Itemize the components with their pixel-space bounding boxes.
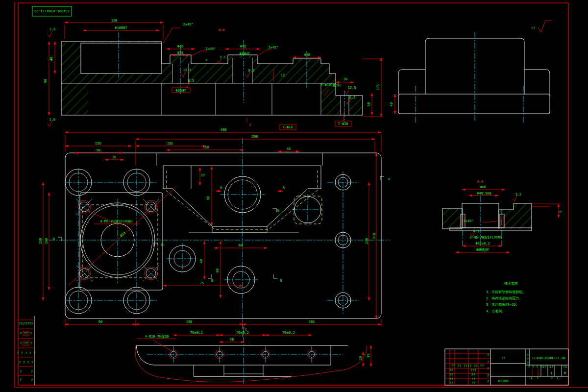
aa-bore xyxy=(462,203,499,228)
section-view-aa: A—AΦ60Φ49.5H83.21x45°6.34-M6-7H深14(均布)Φ6… xyxy=(442,180,563,252)
dim-label: ?? ?? ???? ?? ?? xyxy=(451,364,484,368)
plan-hidden-pocket xyxy=(82,205,158,278)
dim-label: 1 xyxy=(530,376,532,380)
dim-label: 48 xyxy=(287,147,291,151)
dim-label: B xyxy=(161,243,163,247)
dim-label: 5 xyxy=(559,211,563,213)
view-bottom: 4-M10-7H深2076±0.276±0.276±0.2363520 xyxy=(135,327,371,384)
dim-label: 60 xyxy=(239,244,243,247)
dim-label: ?? xyxy=(471,373,475,377)
dim-label: 7-Φ18 xyxy=(282,125,293,129)
dim-label: 12 xyxy=(281,74,285,77)
dim-label: 4-M6-7H深12(均布) xyxy=(100,220,133,223)
dim-label: 90 xyxy=(206,196,210,200)
dim-label: 165 xyxy=(309,320,315,324)
dim-label: 4-M10-7H深20 xyxy=(145,335,169,339)
tech-requirements: 技术要求 1、不得有明显铸造缺陷。 2、铸件须消除内应力。 3、未注圆角R3~1… xyxy=(486,282,526,313)
dim-label: 76±0.2 xyxy=(190,331,202,335)
bb-hatch-left-wall xyxy=(61,83,88,115)
dim-label: 90 xyxy=(216,269,220,272)
dim-label: ? xyxy=(537,376,539,380)
dim-label: ?1 xyxy=(563,365,567,369)
dim-label: C xyxy=(249,123,251,127)
plan-outline xyxy=(65,153,381,318)
dim-label: 35 xyxy=(367,354,370,358)
dim-label: Φ49.5H8 xyxy=(477,192,491,196)
dim-label: Φ60 xyxy=(480,185,487,189)
dim-label: 3.2 xyxy=(220,55,226,59)
dim-label: ? ? ? ? ? xyxy=(17,351,35,355)
dim-label: Φ62±0.2 xyxy=(475,242,490,245)
dim-label: Φ68 xyxy=(119,231,126,238)
dim-label: ?? xyxy=(449,381,453,385)
dim-label: 6.3 xyxy=(188,79,195,83)
dim-label: 296 xyxy=(252,135,258,139)
cad-canvas: CC490L-03001T1-20 xyxy=(0,0,588,392)
dim-label: ? xyxy=(31,370,33,374)
dim-label: 2x45° xyxy=(205,47,216,51)
dim-label: ?? xyxy=(471,381,475,385)
dim-label: ? xyxy=(551,376,553,380)
dim-label: B xyxy=(280,279,282,283)
dim-label: HT200 xyxy=(498,379,508,383)
dim-label: 1? xyxy=(549,365,553,369)
dim-label: 76±0.2 xyxy=(282,331,294,335)
dim-label: 185 xyxy=(167,142,173,146)
dim-label: A xyxy=(220,186,222,190)
dim-label: 96 xyxy=(97,148,100,152)
dim-label: 2x45° xyxy=(268,46,278,49)
dim-label: 1 xyxy=(550,371,552,375)
roughness-symbol xyxy=(538,21,552,32)
revision-strip: ??/????? ?? ?? ?? ?? ? ? ? ?? ? ? ????? xyxy=(17,316,35,385)
dim-label: 90 xyxy=(44,79,48,83)
tech-req-item: 1、不得有明显铸造缺陷。 xyxy=(486,290,526,294)
dim-label: ?? xyxy=(471,377,475,381)
dim-label: Φ46 xyxy=(304,53,311,57)
dim-label: 75 xyxy=(200,281,204,285)
dim-label: 150 xyxy=(111,19,118,23)
dim-label: 40 xyxy=(390,102,393,106)
dim-label: 190 xyxy=(186,320,193,324)
plan-pocket-hidden xyxy=(167,171,318,229)
bb-chamfer-leader xyxy=(163,28,180,43)
dim-label: Φ66配作 xyxy=(476,248,490,252)
dim-label: ? ?? ? xyxy=(20,342,32,345)
dim-label: ? xyxy=(487,367,489,371)
dim-label: ? ? ? ? xyxy=(528,365,542,369)
front-left-wing xyxy=(398,70,425,94)
tech-req-item: 4、去毛刺。 xyxy=(486,309,505,313)
dim-label: ? ?? ? xyxy=(20,332,32,336)
dim-label: 250 xyxy=(39,238,43,245)
title-box: CC490L-03001T1-20 xyxy=(32,6,72,16)
dim-label: Φ100H7 xyxy=(115,26,127,30)
dim-label: 20 xyxy=(359,356,363,360)
dim-label: 7-Φ18 xyxy=(338,122,348,126)
dim-label: 12.5 xyxy=(183,68,192,72)
section-view-bb: 150Φ100H72x45°1.61.64090Φ45Φ352x45°53.21… xyxy=(44,19,383,127)
dim-label: ?? xyxy=(449,373,453,377)
dim-label: ? xyxy=(487,380,489,384)
dim-label: 3.2 xyxy=(515,193,522,196)
dim-label: ??/???? xyxy=(19,322,33,326)
plan-corner-holes xyxy=(65,169,351,314)
dim-label: ? xyxy=(20,378,22,382)
dim-label: Φ35 xyxy=(177,51,184,55)
dim-label: B xyxy=(277,209,279,213)
dim-label: 90 xyxy=(98,320,102,324)
dim-label: ? xyxy=(487,374,489,378)
dim-label: 2x45° xyxy=(183,23,193,26)
dim-label: M xyxy=(564,371,566,375)
dim-label: 150 xyxy=(203,146,209,149)
dim-label: Φ38H7 xyxy=(239,52,249,56)
dim-label: Φ45 xyxy=(240,45,246,49)
dim-label: 6.3 xyxy=(349,96,356,99)
dim-label: Φ35H7 xyxy=(175,89,186,93)
dim-label: 1.6 xyxy=(49,118,56,122)
revision-labels: ??/????? ?? ?? ?? ?? ? ? ? ?? ? ? ????? xyxy=(17,322,35,382)
dim-label: 40 xyxy=(49,57,53,61)
tech-req-item: 3、未注圆角R3~10。 xyxy=(486,302,519,307)
dim-label: 2-Φ18(配作) xyxy=(320,83,342,87)
dim-label: A xyxy=(283,186,285,190)
view-plan: 4602961351859615036487-Φ184-M6-7H深12(均布)… xyxy=(39,124,390,337)
dim-label: 175 xyxy=(376,84,380,91)
